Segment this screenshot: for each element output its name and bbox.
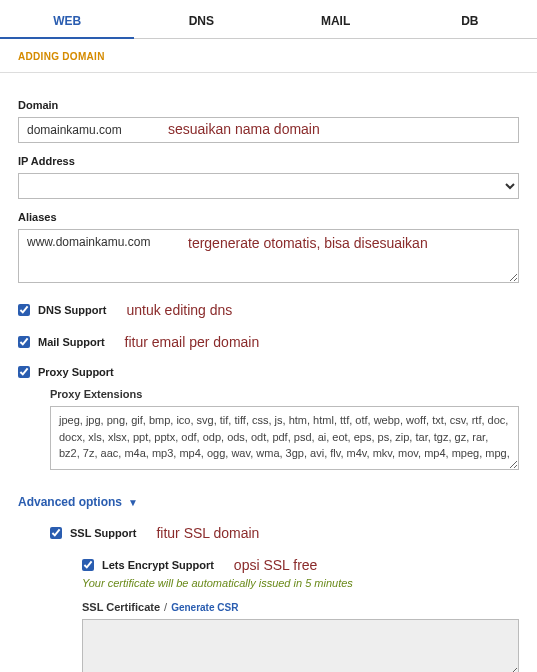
ssl-support-label: SSL Support: [70, 527, 136, 539]
page-subheader: ADDING DOMAIN: [0, 39, 537, 73]
annotation-dns: untuk editing dns: [126, 302, 232, 318]
ssl-cert-label-row: SSL Certificate / Generate CSR: [82, 601, 519, 613]
ip-select[interactable]: [18, 173, 519, 199]
lets-encrypt-note: Your certificate will be automatically i…: [82, 577, 519, 589]
dns-support-label: DNS Support: [38, 304, 106, 316]
ip-label: IP Address: [18, 155, 519, 167]
domain-form: Domain sesuaikan nama domain IP Address …: [0, 73, 537, 672]
proxy-support-row: Proxy Support: [18, 366, 519, 378]
lets-encrypt-label: Lets Encrypt Support: [102, 559, 214, 571]
domain-label: Domain: [18, 99, 519, 111]
generate-csr-link[interactable]: Generate CSR: [171, 602, 238, 613]
advanced-options-toggle[interactable]: Advanced options ▼: [18, 495, 519, 509]
dns-support-checkbox[interactable]: [18, 304, 30, 316]
aliases-textarea[interactable]: [18, 229, 519, 283]
advanced-options-label: Advanced options: [18, 495, 122, 509]
proxy-ext-label: Proxy Extensions: [50, 388, 519, 400]
tab-mail[interactable]: MAIL: [269, 8, 403, 38]
lets-encrypt-checkbox[interactable]: [82, 559, 94, 571]
proxy-support-label: Proxy Support: [38, 366, 114, 378]
ssl-cert-label: SSL Certificate: [82, 601, 160, 613]
mail-support-row: Mail Support fitur email per domain: [18, 334, 519, 350]
aliases-label: Aliases: [18, 211, 519, 223]
annotation-ssl: fitur SSL domain: [156, 525, 259, 541]
ssl-support-row: SSL Support fitur SSL domain: [50, 525, 519, 541]
proxy-support-checkbox[interactable]: [18, 366, 30, 378]
domain-input[interactable]: [18, 117, 519, 143]
tab-db[interactable]: DB: [403, 8, 537, 38]
caret-down-icon: ▼: [128, 497, 138, 508]
tab-dns[interactable]: DNS: [134, 8, 268, 38]
ssl-cert-slash: /: [164, 601, 167, 613]
ssl-cert-textarea[interactable]: [82, 619, 519, 672]
lets-encrypt-row: Lets Encrypt Support opsi SSL free: [82, 557, 519, 573]
mail-support-label: Mail Support: [38, 336, 105, 348]
proxy-ext-textarea[interactable]: [50, 406, 519, 470]
tab-web[interactable]: WEB: [0, 8, 134, 38]
annotation-mail: fitur email per domain: [125, 334, 260, 350]
dns-support-row: DNS Support untuk editing dns: [18, 302, 519, 318]
tab-bar: WEB DNS MAIL DB: [0, 0, 537, 39]
ssl-support-checkbox[interactable]: [50, 527, 62, 539]
proxy-ext-block: Proxy Extensions: [50, 388, 519, 473]
annotation-lets-encrypt: opsi SSL free: [234, 557, 318, 573]
mail-support-checkbox[interactable]: [18, 336, 30, 348]
